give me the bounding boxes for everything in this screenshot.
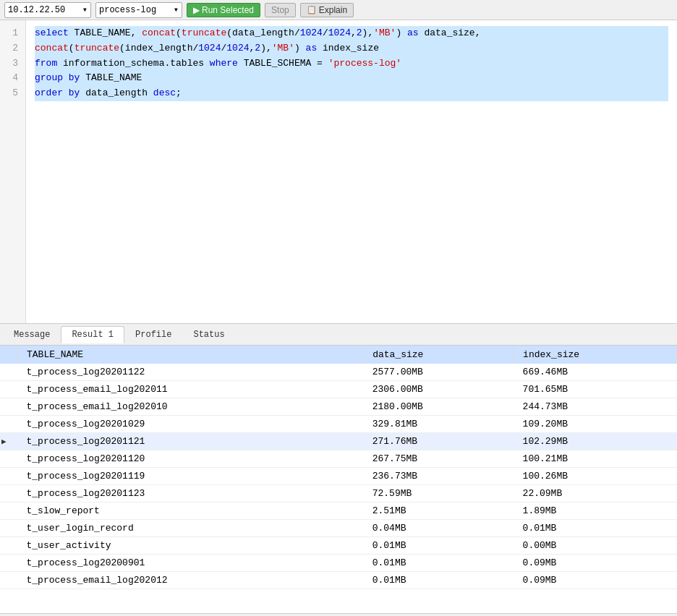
table-row[interactable]: t_process_log20200901 0.01MB 0.09MB: [0, 555, 677, 572]
table-row[interactable]: ▶ t_process_log20201121 271.76MB 102.29M…: [0, 433, 677, 450]
explain-icon: 📋: [307, 5, 317, 14]
cell-table-name: t_process_log20201029: [18, 416, 364, 433]
db-dropdown-value: 10.12.22.50: [8, 5, 65, 15]
row-indicator: [0, 381, 18, 398]
cell-data-size: 271.76MB: [364, 433, 514, 450]
cell-table-name: t_user_login_record: [18, 520, 364, 537]
cell-data-size: 329.81MB: [364, 416, 514, 433]
cell-index-size: 0.09MB: [514, 555, 677, 572]
tab-profile[interactable]: Profile: [124, 326, 182, 343]
bottom-bar: + ✓ − ✕ ↻ ⊘ https://blog.csdn.net/qq_422…: [0, 613, 677, 616]
cell-table-name: t_process_email_log202010: [18, 398, 364, 416]
cell-data-size: 2306.00MB: [364, 381, 514, 398]
line-numbers: 1 2 3 4 5: [0, 20, 26, 323]
table-row[interactable]: t_user_login_record 0.04MB 0.01MB: [0, 520, 677, 537]
row-indicator: [0, 468, 18, 485]
db-dropdown[interactable]: 10.12.22.50 ▾: [4, 2, 91, 18]
row-indicator: [0, 520, 18, 537]
cell-index-size: 109.20MB: [514, 416, 677, 433]
cell-data-size: 2180.00MB: [364, 398, 514, 416]
row-indicator: [0, 485, 18, 502]
run-icon: ▶: [193, 5, 200, 15]
table-row[interactable]: t_process_email_log202012 0.01MB 0.09MB: [0, 572, 677, 589]
cell-index-size: 0.00MB: [514, 537, 677, 555]
col-table-name: TABLE_NAME: [18, 346, 364, 364]
cell-table-name: t_process_email_log202012: [18, 572, 364, 589]
cell-index-size: 669.46MB: [514, 364, 677, 381]
stop-button[interactable]: Stop: [265, 3, 296, 17]
cell-table-name: t_process_log20201123: [18, 485, 364, 502]
run-label: Run Selected: [202, 5, 254, 15]
cell-table-name: t_process_log20201121: [18, 433, 364, 450]
col-index-size: index_size: [514, 346, 677, 364]
cell-data-size: 0.04MB: [364, 520, 514, 537]
explain-button[interactable]: 📋 Explain: [300, 3, 354, 17]
cell-index-size: 0.01MB: [514, 520, 677, 537]
schema-dropdown-value: process-log: [99, 5, 156, 15]
table-row[interactable]: t_process_log20201120 267.75MB 100.21MB: [0, 450, 677, 468]
explain-label: Explain: [319, 5, 347, 15]
results-table: TABLE_NAME data_size index_size t_proces…: [0, 346, 677, 589]
row-indicator: [0, 398, 18, 416]
row-indicator: [0, 416, 18, 433]
row-indicator: [0, 502, 18, 520]
cell-index-size: 701.65MB: [514, 381, 677, 398]
cell-data-size: 2577.00MB: [364, 364, 514, 381]
results-area[interactable]: TABLE_NAME data_size index_size t_proces…: [0, 346, 677, 613]
row-indicator: [0, 572, 18, 589]
schema-dropdown[interactable]: process-log ▾: [95, 2, 182, 18]
cell-table-name: t_process_log20201119: [18, 468, 364, 485]
cell-table-name: t_process_log20200901: [18, 555, 364, 572]
row-indicator: [0, 364, 18, 381]
cell-index-size: 100.21MB: [514, 450, 677, 468]
col-indicator: [0, 346, 18, 364]
cell-data-size: 72.59MB: [364, 485, 514, 502]
table-row[interactable]: t_process_log20201123 72.59MB 22.09MB: [0, 485, 677, 502]
table-row[interactable]: t_process_log20201029 329.81MB 109.20MB: [0, 416, 677, 433]
cell-table-name: t_user_activity: [18, 537, 364, 555]
cell-data-size: 236.73MB: [364, 468, 514, 485]
table-row[interactable]: t_process_log20201119 236.73MB 100.26MB: [0, 468, 677, 485]
cell-data-size: 0.01MB: [364, 572, 514, 589]
cell-index-size: 100.26MB: [514, 468, 677, 485]
tabs-bar: Message Result 1 Profile Status: [0, 324, 677, 346]
table-row[interactable]: t_slow_report 2.51MB 1.89MB: [0, 502, 677, 520]
tab-status[interactable]: Status: [182, 326, 235, 343]
cell-data-size: 267.75MB: [364, 450, 514, 468]
cell-index-size: 1.89MB: [514, 502, 677, 520]
cell-data-size: 0.01MB: [364, 555, 514, 572]
table-row[interactable]: t_process_log20201122 2577.00MB 669.46MB: [0, 364, 677, 381]
row-indicator: [0, 537, 18, 555]
tab-message[interactable]: Message: [3, 326, 61, 343]
row-indicator: ▶: [0, 433, 18, 450]
col-data-size: data_size: [364, 346, 514, 364]
cell-data-size: 0.01MB: [364, 537, 514, 555]
cell-table-name: t_slow_report: [18, 502, 364, 520]
run-selected-button[interactable]: ▶ Run Selected: [187, 3, 260, 17]
tab-result1[interactable]: Result 1: [61, 326, 124, 343]
cell-table-name: t_process_email_log202011: [18, 381, 364, 398]
cell-table-name: t_process_log20201120: [18, 450, 364, 468]
row-indicator: [0, 555, 18, 572]
table-row[interactable]: t_user_activity 0.01MB 0.00MB: [0, 537, 677, 555]
cell-table-name: t_process_log20201122: [18, 364, 364, 381]
code-editor[interactable]: select TABLE_NAME, concat(truncate(data_…: [26, 20, 677, 323]
cell-index-size: 22.09MB: [514, 485, 677, 502]
row-indicator: [0, 450, 18, 468]
table-row[interactable]: t_process_email_log202010 2180.00MB 244.…: [0, 398, 677, 416]
editor-area: 1 2 3 4 5 select TABLE_NAME, concat(trun…: [0, 20, 677, 324]
cell-index-size: 102.29MB: [514, 433, 677, 450]
toolbar: 10.12.22.50 ▾ process-log ▾ ▶ Run Select…: [0, 0, 677, 20]
cell-data-size: 2.51MB: [364, 502, 514, 520]
cell-index-size: 244.73MB: [514, 398, 677, 416]
table-row[interactable]: t_process_email_log202011 2306.00MB 701.…: [0, 381, 677, 398]
cell-index-size: 0.09MB: [514, 572, 677, 589]
stop-label: Stop: [271, 5, 289, 15]
